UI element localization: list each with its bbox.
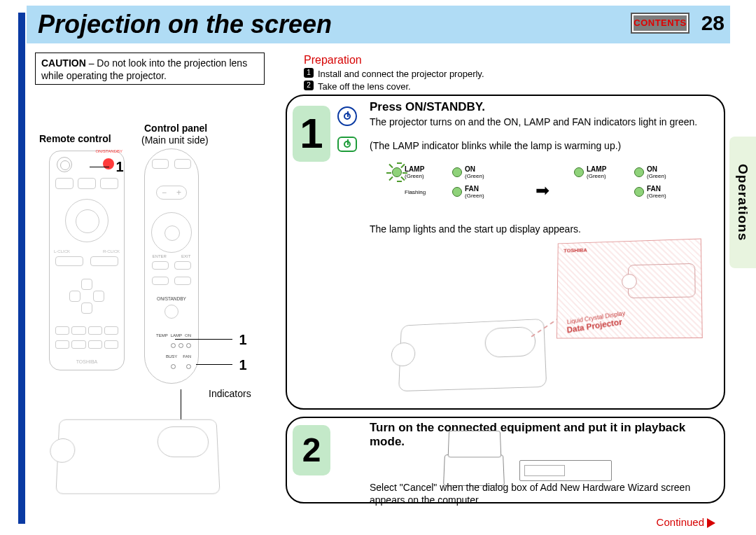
led-on-icon bbox=[634, 167, 644, 177]
callout-1-panel: 1 bbox=[234, 331, 252, 349]
power-icon-remote bbox=[337, 106, 357, 126]
remote-lclick-label: L-CLICK bbox=[54, 249, 70, 253]
step-1-text-2: (The LAMP indicator blinks while the lam… bbox=[370, 140, 713, 151]
power-icon-panel bbox=[337, 137, 357, 152]
page-title: Projection on the screen bbox=[27, 10, 332, 39]
remote-trackpad-icon bbox=[65, 199, 108, 242]
remote-brand-label: TOSHIBA bbox=[50, 359, 124, 364]
step-2-text: Select "Cancel" when the dialog box of A… bbox=[370, 481, 720, 506]
panel-leds: TEMPLAMPON BUSYFAN bbox=[153, 330, 191, 372]
screen-brand: TOSHIBA bbox=[564, 247, 587, 254]
indicator-diagram: LAMP (Green) ON (Green) Flashing bbox=[392, 162, 693, 218]
step-1-panel: 1 Press ON/STANDBY. The projector turns … bbox=[286, 95, 725, 410]
panel-onstandby-button-icon bbox=[164, 305, 178, 319]
control-panel-diagram: −+ ENTEREXIT ON/STANDBY TEMPLAMPON BUSYF… bbox=[144, 148, 199, 384]
section-tab-label: Operations bbox=[735, 164, 750, 241]
continued-arrow-icon bbox=[707, 518, 715, 528]
remote-onstandby-label: ON/STANDBY bbox=[95, 149, 122, 153]
step-2-number: 2 bbox=[293, 425, 330, 475]
side-stripe bbox=[18, 13, 25, 524]
page-number: 28 bbox=[701, 11, 724, 35]
led-lamp-flashing-icon bbox=[392, 167, 402, 177]
step-1-text-3: The lamp lights and the start up display… bbox=[370, 223, 713, 235]
remote-laser-knob-icon bbox=[57, 157, 72, 172]
prep-item-1: Install and connect the projector proper… bbox=[318, 68, 484, 81]
bullet-1-icon: 1 bbox=[304, 68, 314, 78]
contents-button[interactable]: CONTENTS bbox=[632, 14, 688, 32]
led-fan-icon bbox=[634, 187, 644, 197]
remote-control-diagram: ON/STANDBY L-CLICK R-CLICK TOSHIBA bbox=[49, 151, 125, 370]
page-header: Projection on the screen CONTENTS 28 bbox=[27, 6, 730, 43]
volume-rocker-icon: −+ bbox=[156, 186, 187, 200]
vcr-icon bbox=[519, 460, 612, 481]
arrow-right-icon: ➡ bbox=[536, 181, 550, 200]
panel-onstandby-label: ON/STANDBY bbox=[145, 296, 198, 301]
led-lamp-icon bbox=[574, 167, 584, 177]
remote-dpad-icon bbox=[69, 279, 104, 314]
caution-box: CAUTION – Do not look into the projectio… bbox=[35, 53, 265, 85]
label-control-panel: Control panel bbox=[144, 123, 207, 134]
label-remote-control: Remote control bbox=[39, 133, 111, 144]
step-1-number: 1 bbox=[293, 106, 330, 162]
screen-mini-projector-icon bbox=[628, 263, 696, 298]
step-1-heading: Press ON/STANDBY. bbox=[370, 100, 485, 114]
prep-item-2: Take off the lens cover. bbox=[318, 81, 411, 93]
step-2-heading: Turn on the connected equipment and put … bbox=[370, 421, 692, 450]
label-main-unit-side: (Main unit side) bbox=[141, 134, 209, 146]
caution-bold: CAUTION bbox=[41, 57, 86, 69]
projector-diagram-left bbox=[55, 419, 220, 494]
continued-label: Continued bbox=[657, 516, 715, 528]
section-tab-operations[interactable]: Operations bbox=[729, 137, 756, 268]
bullet-2-icon: 2 bbox=[304, 81, 314, 90]
projection-screen-diagram: TOSHIBA Liquid Crystal Display Data Proj… bbox=[556, 238, 703, 338]
preparation-title: Preparation bbox=[304, 54, 362, 67]
led-fan-icon bbox=[452, 187, 462, 197]
projector-diagram-step1 bbox=[398, 319, 547, 391]
step-1-text-1: The projector turns on and the ON, LAMP … bbox=[370, 116, 713, 128]
step-2-panel: 2 Turn on the connected equipment and pu… bbox=[286, 417, 725, 503]
callout-1-leds: 1 bbox=[234, 356, 252, 374]
callout-1-remote: 1 bbox=[111, 158, 129, 176]
remote-rclick-label: R-CLICK bbox=[103, 249, 120, 253]
panel-dpad-icon bbox=[151, 212, 192, 253]
preparation-list: 1Install and connect the projector prope… bbox=[304, 68, 696, 93]
led-on-icon bbox=[452, 167, 462, 177]
label-indicators: Indicators bbox=[209, 388, 251, 399]
